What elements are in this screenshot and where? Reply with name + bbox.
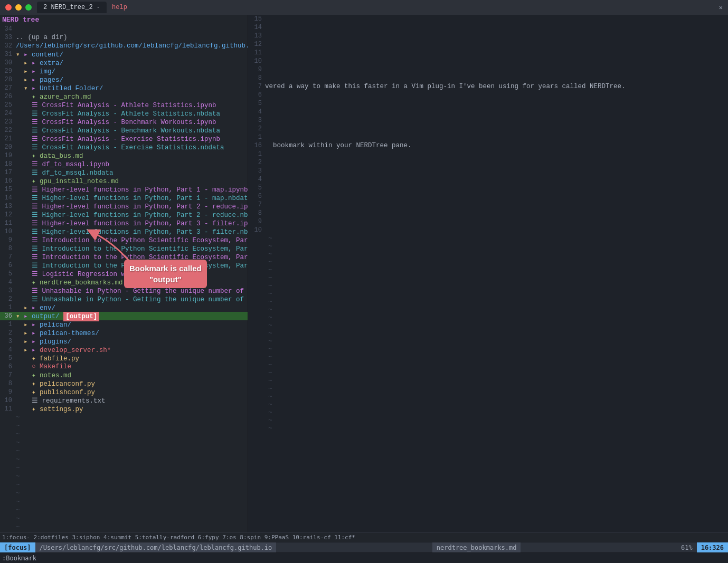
line-number: 16 <box>0 177 15 185</box>
list-item[interactable]: 8 ✦ pelicanconf.py <box>0 379 248 388</box>
line-text: ▸ ▸ pelican/ <box>15 320 248 329</box>
list-item[interactable]: 11 ✦ settings.py <box>0 405 248 413</box>
list-item[interactable]: 33 .. (up a dir) <box>0 33 248 42</box>
list-item[interactable]: 31 ▾ ▸ content/ <box>0 50 248 59</box>
tab-nerdtree[interactable]: 2 NERD_tree_2 - <box>37 2 107 13</box>
tilde: ~ <box>268 250 728 258</box>
line-content: bookmark within your NERDTree pane. <box>265 142 412 149</box>
line-number: 6 <box>248 91 265 99</box>
list-item[interactable]: 6 ☰ Introduction to the Python Scientifi… <box>0 261 248 270</box>
list-item[interactable]: 21 ☰ CrossFit Analysis - Exercise Statis… <box>0 135 248 143</box>
tilde: ~ <box>15 439 248 446</box>
line-text: ☰ Introduction to the Python Scientific … <box>15 253 248 261</box>
list-item[interactable]: 26 ✦ azure_arch.md <box>0 92 248 101</box>
list-item[interactable]: 5 ☰ Logistic Regression with PyMC3.ipynb <box>0 270 248 278</box>
minimize-traffic-light[interactable] <box>15 4 22 11</box>
tilde: ~ <box>268 416 728 424</box>
list-item[interactable]: 1 ▸ ▸ pelican/ <box>0 320 248 329</box>
list-item[interactable]: 8 ☰ Introduction to the Python Scientifi… <box>0 244 248 253</box>
list-item[interactable]: 5 ✦ fabfile.py <box>0 354 248 362</box>
editor-line: 8 <box>248 209 728 217</box>
editor-line: 10 <box>248 57 728 65</box>
line-number: 11 <box>0 220 15 227</box>
list-item[interactable]: 9 ☰ Introduction to the Python Scientifi… <box>0 236 248 244</box>
list-item[interactable]: 2 ▸ ▸ pelican-themes/ <box>0 329 248 337</box>
list-item[interactable]: 15 ☰ Higher-level functions in Python, P… <box>0 185 248 194</box>
line-number: 30 <box>0 59 15 66</box>
list-item[interactable]: 25 ☰ CrossFit Analysis - Athlete Statist… <box>0 101 248 109</box>
tilde: ~ <box>268 266 728 274</box>
tilde: ~ <box>15 473 248 480</box>
list-item[interactable]: 13 ☰ Higher-level functions in Python, P… <box>0 202 248 211</box>
line-text: ✦ publishconf.py <box>15 388 248 396</box>
line-number: 2 <box>248 159 265 166</box>
line-number: 21 <box>0 135 15 142</box>
editor-line: 6 <box>248 91 728 99</box>
list-item[interactable]: 7 ✦ notes.md <box>0 371 248 379</box>
tilde: ~ <box>268 282 728 290</box>
list-item[interactable]: 12 ☰ Higher-level functions in Python, P… <box>0 211 248 219</box>
line-number: 11 <box>248 49 265 56</box>
line-text: ☰ Higher-level functions in Python, Part… <box>15 211 248 219</box>
list-item[interactable]: 9 ✦ publishconf.py <box>0 388 248 396</box>
list-item[interactable]: 16 ✦ gpu_install_notes.md <box>0 177 248 185</box>
list-item[interactable]: 6 ○ Makefile <box>0 362 248 371</box>
list-item[interactable]: 17 ☰ df_to_mssql.nbdata <box>0 168 248 177</box>
tilde: ~ <box>15 414 248 421</box>
list-item[interactable]: 30 ▸ ▸ extra/ <box>0 59 248 67</box>
list-item[interactable]: 19 ✦ data_bus.md <box>0 151 248 160</box>
line-number: 5 <box>248 100 265 107</box>
line-number: 13 <box>0 203 15 210</box>
line-number: 12 <box>0 211 15 218</box>
list-item[interactable]: 24 ☰ CrossFit Analysis - Athlete Statist… <box>0 109 248 118</box>
list-item[interactable]: 10 ☰ requirements.txt <box>0 396 248 405</box>
editor-line: 4 <box>248 175 728 184</box>
line-text: ☰ CrossFit Analysis - Exercise Statistic… <box>15 143 248 151</box>
list-item[interactable]: 29 ▸ ▸ img/ <box>0 67 248 75</box>
list-item[interactable]: 4 ✦ nerdtree_bookmarks.md <box>0 278 248 287</box>
line-text: ☰ df_to_mssql.ipynb <box>15 160 248 168</box>
line-number: 1 <box>0 321 15 328</box>
list-item: ~ <box>0 489 248 498</box>
list-item-output[interactable]: 36 ▾ ▸ output/ [output] <box>0 312 248 320</box>
list-item[interactable]: 22 ☰ CrossFit Analysis - Benchmark Worko… <box>0 126 248 135</box>
list-item[interactable]: 10 ☰ Higher-level functions in Python, P… <box>0 227 248 236</box>
line-number: 10 <box>0 228 15 235</box>
line-text: ☰ CrossFit Analysis - Athlete Statistics… <box>15 101 248 109</box>
line-text: ☰ Higher-level functions in Python, Part… <box>15 227 248 236</box>
list-item[interactable]: 11 ☰ Higher-level functions in Python, P… <box>0 219 248 227</box>
list-item[interactable]: 32 /Users/leblancfg/src/github.com/lebla… <box>0 42 248 50</box>
list-item[interactable]: 1 ▸ ▸ env/ <box>0 303 248 312</box>
list-item[interactable]: 4 ▸ ▸ develop_server.sh* <box>0 346 248 354</box>
tab-line: 1:focus- 2:dotfiles 3:siphon 4:summit 5:… <box>0 532 728 542</box>
window-close-button[interactable]: ✕ <box>719 4 723 12</box>
fullscreen-traffic-light[interactable] <box>25 4 32 11</box>
list-item[interactable]: 27 ▾ ▸ Untitled Folder/ <box>0 84 248 92</box>
editor-line: 3 <box>248 167 728 175</box>
list-item[interactable]: 3 ▸ ▸ plugins/ <box>0 337 248 346</box>
list-item[interactable]: 7 ☰ Introduction to the Python Scientifi… <box>0 253 248 261</box>
line-number: 14 <box>248 24 265 31</box>
editor-line: 10 <box>248 226 728 234</box>
line-text: ✦ settings.py <box>15 405 248 413</box>
line-text: ☰ Introduction to the Python Scientific … <box>15 244 248 253</box>
list-item[interactable]: 28 ▸ ▸ pages/ <box>0 75 248 84</box>
traffic-lights <box>5 4 32 11</box>
line-number: 10 <box>248 58 265 65</box>
line-number: 15 <box>248 15 265 23</box>
list-item[interactable]: 20 ☰ CrossFit Analysis - Exercise Statis… <box>0 143 248 151</box>
line-number: 7 <box>248 83 265 90</box>
list-item[interactable]: 34 <box>0 25 248 33</box>
editor-line: 16 bookmark within your NERDTree pane. <box>248 141 728 150</box>
list-item[interactable]: 3 ☰ Unhashable in Python - Getting the u… <box>0 287 248 295</box>
main-layout: NERD tree 34 33 .. (up a dir) 32 /Users/… <box>0 15 728 542</box>
list-item[interactable]: 18 ☰ df_to_mssql.ipynb <box>0 160 248 168</box>
list-item[interactable]: 23 ☰ CrossFit Analysis - Benchmark Worko… <box>0 118 248 126</box>
line-text: ▸ ▸ extra/ <box>15 59 248 67</box>
list-item[interactable]: 14 ☰ Higher-level functions in Python, P… <box>0 194 248 202</box>
line-number: 4 <box>248 108 265 116</box>
list-item[interactable]: 2 ☰ Unhashable in Python - Getting the u… <box>0 295 248 303</box>
line-number: 6 <box>0 262 15 269</box>
line-number: 1 <box>0 304 15 311</box>
close-traffic-light[interactable] <box>5 4 12 11</box>
